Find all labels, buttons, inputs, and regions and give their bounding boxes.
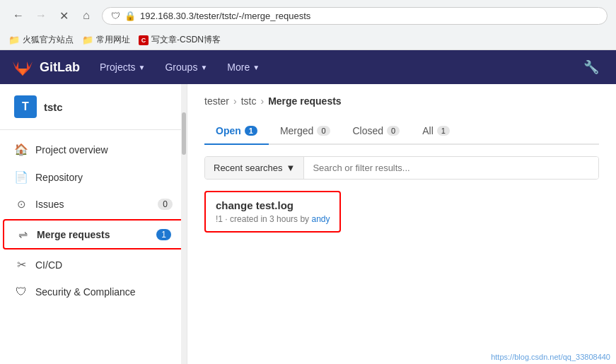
breadcrumb-tester[interactable]: tester [204,95,229,107]
sidebar-item-label-security: Security & Compliance [35,286,173,298]
mr-item-0: change test.log !1 · created in 3 hours … [204,191,341,233]
scrollbar-thumb [182,112,186,155]
mr-meta-0: !1 · created in 3 hours by andy [216,214,330,224]
issues-icon: ⊙ [14,198,28,211]
mr-author-0[interactable]: andy [311,214,330,224]
bookmark-csdn[interactable]: C 写文章-CSDN博客 [139,34,221,46]
breadcrumb-sep-1: › [233,95,237,107]
merge-requests-badge: 1 [156,229,171,240]
tab-merged-badge: 0 [317,126,330,136]
tab-open[interactable]: Open 1 [204,118,269,145]
sidebar-item-label-overview: Project overview [35,144,173,155]
mr-created-text-0: created in 3 hours by [230,214,309,224]
main-layout: T tstc 🏠 Project overview 📄 Repository ⊙… [0,84,616,364]
tab-all-label: All [422,125,434,136]
sidebar-item-label-issues: Issues [35,199,151,210]
recent-searches-button[interactable]: Recent searches ▼ [205,157,304,179]
breadcrumb-current: Merge requests [268,95,341,107]
gitlab-logo-text: GitLab [40,60,80,75]
filter-bar: Recent searches ▼ [204,156,599,180]
cicd-icon: ✂ [14,258,28,271]
chevron-down-icon: ▼ [139,64,146,71]
nav-buttons: ← → ✕ ⌂ [8,6,96,25]
tab-merged[interactable]: Merged 0 [269,118,342,145]
repository-icon: 📄 [14,170,28,184]
chevron-down-icon-3: ▼ [252,64,260,71]
sidebar-item-label-cicd: CI/CD [35,259,173,271]
bookmarks-bar: 📁 火狐官方站点 📁 常用网址 C 写文章-CSDN博客 [0,31,616,49]
gitlab-logo-svg [11,56,34,78]
breadcrumb-tstc[interactable]: tstc [241,95,257,107]
nav-more[interactable]: More ▼ [219,56,268,78]
nav-projects-label: Projects [100,61,136,73]
footer-hint: https://blog.csdn.net/qq_33808440 [491,353,610,361]
sidebar-item-security[interactable]: 🛡 Security & Compliance [0,278,187,305]
tab-open-label: Open [216,125,241,136]
chevron-down-icon-2: ▼ [200,64,207,71]
tab-closed[interactable]: Closed 0 [342,118,412,145]
home-button[interactable]: ⌂ [76,6,96,25]
url-text: 192.168.30.3/tester/tstc/-/merge_request… [140,11,598,21]
browser-top-bar: ← → ✕ ⌂ 🛡 🔒 192.168.30.3/tester/tstc/-/m… [0,0,616,31]
bookmark-label-3: 写文章-CSDN博客 [151,34,221,46]
gitlab-logo[interactable]: GitLab [11,56,80,78]
tab-all-badge: 1 [437,126,450,136]
scrollbar[interactable] [181,84,187,364]
mr-list: change test.log !1 · created in 3 hours … [204,191,599,237]
folder-icon-2: 📁 [82,35,93,45]
project-header: T tstc [0,84,187,130]
nav-groups[interactable]: Groups ▼ [156,56,216,78]
mr-title-0[interactable]: change test.log [216,199,330,211]
bookmark-firefox[interactable]: 📁 火狐官方站点 [8,34,74,46]
sidebar-item-cicd[interactable]: ✂ CI/CD [0,251,187,278]
admin-wrench-icon[interactable]: 🔧 [578,54,605,81]
nav-more-label: More [227,61,250,73]
back-button[interactable]: ← [8,6,28,25]
security-compliance-icon: 🛡 [14,286,28,298]
merge-requests-icon: ⇌ [16,228,30,241]
forward-button[interactable]: → [31,6,51,25]
bookmark-common[interactable]: 📁 常用网址 [82,34,130,46]
tab-all[interactable]: All 1 [411,118,461,145]
tab-closed-badge: 0 [387,126,400,136]
home-icon: 🏠 [14,143,28,156]
tab-merged-label: Merged [280,125,313,136]
sidebar-item-overview[interactable]: 🏠 Project overview [0,136,187,163]
address-bar[interactable]: 🛡 🔒 192.168.30.3/tester/tstc/-/merge_req… [102,7,608,25]
project-initial: T [22,100,29,113]
recent-searches-label: Recent searches [214,163,283,173]
sidebar-item-repository[interactable]: 📄 Repository [0,163,187,191]
tab-open-badge: 1 [245,126,257,136]
sidebar-item-issues[interactable]: ⊙ Issues 0 [0,191,187,218]
sidebar-item-label-merge-requests: Merge requests [37,229,149,240]
breadcrumb-sep-2: › [260,95,264,107]
sidebar-item-merge-requests[interactable]: ⇌ Merge requests 1 [3,219,184,249]
lock-icon: 🔒 [124,11,136,21]
security-icon: 🛡 [111,11,120,21]
issues-badge: 0 [158,199,173,210]
chevron-down-icon-filter: ▼ [286,163,296,173]
breadcrumb: tester › tstc › Merge requests [204,95,599,107]
content-area: tester › tstc › Merge requests Open 1 Me… [187,84,616,364]
close-button[interactable]: ✕ [54,6,74,25]
sidebar-nav: 🏠 Project overview 📄 Repository ⊙ Issues… [0,130,187,311]
tabs: Open 1 Merged 0 Closed 0 All 1 [204,118,599,145]
bookmark-label: 火狐官方站点 [23,34,74,46]
project-name[interactable]: tstc [44,101,63,113]
browser-chrome: ← → ✕ ⌂ 🛡 🔒 192.168.30.3/tester/tstc/-/m… [0,0,616,50]
folder-icon: 📁 [8,35,20,45]
search-filter-input[interactable] [304,157,598,179]
nav-projects[interactable]: Projects ▼ [91,56,153,78]
nav-groups-label: Groups [165,61,197,73]
nav-menu: Projects ▼ Groups ▼ More ▼ [91,56,268,78]
project-avatar: T [14,95,37,118]
mr-id-0: !1 [216,214,223,224]
csdn-icon: C [139,35,149,45]
bookmark-label-2: 常用网址 [96,34,130,46]
sidebar-item-label-repository: Repository [35,172,173,183]
tab-closed-label: Closed [353,125,384,136]
sidebar: T tstc 🏠 Project overview 📄 Repository ⊙… [0,84,187,364]
gitlab-navbar: GitLab Projects ▼ Groups ▼ More ▼ 🔧 [0,50,616,84]
